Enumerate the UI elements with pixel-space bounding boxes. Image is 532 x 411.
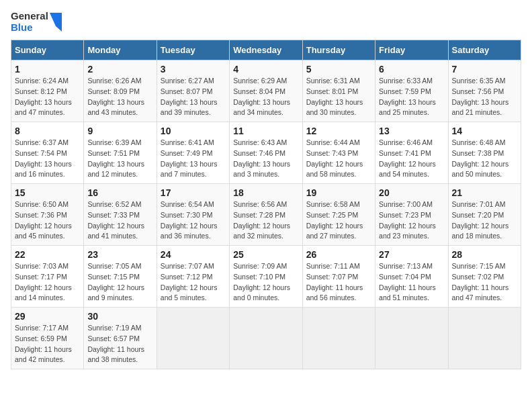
day-number: 25 bbox=[233, 249, 298, 260]
day-number: 2 bbox=[87, 64, 152, 75]
calendar-cell bbox=[375, 308, 448, 369]
day-detail: Sunrise: 6:35 AMSunset: 7:56 PMDaylight:… bbox=[452, 76, 517, 118]
weekday-header-friday: Friday bbox=[375, 40, 448, 60]
calendar-table: SundayMondayTuesdayWednesdayThursdayFrid… bbox=[11, 40, 521, 369]
day-detail: Sunrise: 6:33 AMSunset: 7:59 PMDaylight:… bbox=[379, 76, 444, 118]
calendar-cell: 4Sunrise: 6:29 AMSunset: 8:04 PMDaylight… bbox=[230, 60, 302, 122]
calendar-cell: 10Sunrise: 6:41 AMSunset: 7:49 PMDayligh… bbox=[157, 122, 229, 184]
day-number: 27 bbox=[379, 249, 444, 260]
day-detail: Sunrise: 6:27 AMSunset: 8:07 PMDaylight:… bbox=[161, 76, 226, 118]
calendar-cell: 5Sunrise: 6:31 AMSunset: 8:01 PMDaylight… bbox=[302, 60, 375, 122]
calendar-cell: 18Sunrise: 6:56 AMSunset: 7:28 PMDayligh… bbox=[230, 184, 302, 246]
day-detail: Sunrise: 6:48 AMSunset: 7:38 PMDaylight:… bbox=[452, 138, 517, 180]
calendar-cell: 14Sunrise: 6:48 AMSunset: 7:38 PMDayligh… bbox=[448, 122, 521, 184]
logo-general: General bbox=[11, 11, 48, 22]
day-detail: Sunrise: 7:09 AMSunset: 7:10 PMDaylight:… bbox=[233, 261, 298, 304]
calendar-cell: 22Sunrise: 7:03 AMSunset: 7:17 PMDayligh… bbox=[11, 246, 84, 308]
calendar-cell: 25Sunrise: 7:09 AMSunset: 7:10 PMDayligh… bbox=[230, 246, 302, 308]
weekday-header-tuesday: Tuesday bbox=[157, 40, 229, 60]
day-detail: Sunrise: 7:15 AMSunset: 7:02 PMDaylight:… bbox=[452, 261, 517, 304]
day-detail: Sunrise: 7:05 AMSunset: 7:15 PMDaylight:… bbox=[87, 261, 152, 304]
day-detail: Sunrise: 7:13 AMSunset: 7:04 PMDaylight:… bbox=[379, 261, 444, 304]
calendar-cell: 1Sunrise: 6:24 AMSunset: 8:12 PMDaylight… bbox=[11, 60, 84, 122]
calendar-cell: 28Sunrise: 7:15 AMSunset: 7:02 PMDayligh… bbox=[448, 246, 521, 308]
day-number: 1 bbox=[15, 64, 80, 75]
calendar-cell: 17Sunrise: 6:54 AMSunset: 7:30 PMDayligh… bbox=[157, 184, 229, 246]
logo-arrow bbox=[50, 13, 62, 32]
day-detail: Sunrise: 6:31 AMSunset: 8:01 PMDaylight:… bbox=[306, 76, 371, 118]
day-number: 23 bbox=[87, 249, 152, 260]
svg-marker-0 bbox=[50, 13, 62, 32]
day-detail: Sunrise: 7:01 AMSunset: 7:20 PMDaylight:… bbox=[452, 199, 517, 242]
day-detail: Sunrise: 7:07 AMSunset: 7:12 PMDaylight:… bbox=[161, 261, 226, 304]
day-number: 29 bbox=[15, 311, 80, 322]
calendar-cell: 29Sunrise: 7:17 AMSunset: 6:59 PMDayligh… bbox=[11, 308, 84, 369]
calendar-week-5: 29Sunrise: 7:17 AMSunset: 6:59 PMDayligh… bbox=[11, 308, 521, 369]
calendar-cell: 6Sunrise: 6:33 AMSunset: 7:59 PMDaylight… bbox=[375, 60, 448, 122]
weekday-header-monday: Monday bbox=[84, 40, 157, 60]
day-number: 15 bbox=[15, 187, 80, 198]
calendar-cell: 21Sunrise: 7:01 AMSunset: 7:20 PMDayligh… bbox=[448, 184, 521, 246]
day-detail: Sunrise: 7:17 AMSunset: 6:59 PMDaylight:… bbox=[15, 323, 80, 365]
weekday-header-saturday: Saturday bbox=[448, 40, 521, 60]
day-number: 28 bbox=[452, 249, 517, 260]
day-detail: Sunrise: 6:58 AMSunset: 7:25 PMDaylight:… bbox=[306, 199, 371, 242]
day-number: 4 bbox=[233, 64, 298, 75]
day-number: 7 bbox=[452, 64, 517, 75]
day-detail: Sunrise: 6:29 AMSunset: 8:04 PMDaylight:… bbox=[233, 76, 298, 118]
day-number: 3 bbox=[161, 64, 226, 75]
day-detail: Sunrise: 7:11 AMSunset: 7:07 PMDaylight:… bbox=[306, 261, 371, 304]
day-detail: Sunrise: 6:50 AMSunset: 7:36 PMDaylight:… bbox=[15, 199, 80, 242]
day-number: 12 bbox=[306, 126, 371, 136]
day-detail: Sunrise: 6:44 AMSunset: 7:43 PMDaylight:… bbox=[306, 138, 371, 180]
calendar-cell: 19Sunrise: 6:58 AMSunset: 7:25 PMDayligh… bbox=[302, 184, 375, 246]
calendar-cell: 12Sunrise: 6:44 AMSunset: 7:43 PMDayligh… bbox=[302, 122, 375, 184]
day-detail: Sunrise: 6:54 AMSunset: 7:30 PMDaylight:… bbox=[161, 199, 226, 242]
day-detail: Sunrise: 6:46 AMSunset: 7:41 PMDaylight:… bbox=[379, 138, 444, 180]
weekday-header-sunday: Sunday bbox=[11, 40, 84, 60]
calendar-cell: 8Sunrise: 6:37 AMSunset: 7:54 PMDaylight… bbox=[11, 122, 84, 184]
calendar-cell: 3Sunrise: 6:27 AMSunset: 8:07 PMDaylight… bbox=[157, 60, 229, 122]
calendar-cell: 9Sunrise: 6:39 AMSunset: 7:51 PMDaylight… bbox=[84, 122, 157, 184]
day-number: 10 bbox=[161, 126, 226, 136]
day-number: 17 bbox=[161, 187, 226, 198]
day-detail: Sunrise: 6:41 AMSunset: 7:49 PMDaylight:… bbox=[161, 138, 226, 180]
header: General Blue bbox=[11, 11, 521, 33]
calendar-week-2: 8Sunrise: 6:37 AMSunset: 7:54 PMDaylight… bbox=[11, 122, 521, 184]
calendar-cell bbox=[302, 308, 375, 369]
day-detail: Sunrise: 7:03 AMSunset: 7:17 PMDaylight:… bbox=[15, 261, 80, 304]
calendar-cell bbox=[448, 308, 521, 369]
calendar-cell: 23Sunrise: 7:05 AMSunset: 7:15 PMDayligh… bbox=[84, 246, 157, 308]
day-detail: Sunrise: 6:37 AMSunset: 7:54 PMDaylight:… bbox=[15, 138, 80, 180]
day-detail: Sunrise: 6:39 AMSunset: 7:51 PMDaylight:… bbox=[87, 138, 152, 180]
day-number: 19 bbox=[306, 187, 371, 198]
day-number: 14 bbox=[452, 126, 517, 136]
day-number: 9 bbox=[87, 126, 152, 136]
calendar-cell: 27Sunrise: 7:13 AMSunset: 7:04 PMDayligh… bbox=[375, 246, 448, 308]
day-number: 26 bbox=[306, 249, 371, 260]
calendar-cell: 7Sunrise: 6:35 AMSunset: 7:56 PMDaylight… bbox=[448, 60, 521, 122]
logo: General Blue bbox=[11, 11, 62, 33]
weekday-header-wednesday: Wednesday bbox=[230, 40, 302, 60]
day-detail: Sunrise: 6:56 AMSunset: 7:28 PMDaylight:… bbox=[233, 199, 298, 242]
day-detail: Sunrise: 6:52 AMSunset: 7:33 PMDaylight:… bbox=[87, 199, 152, 242]
day-detail: Sunrise: 7:19 AMSunset: 6:57 PMDaylight:… bbox=[87, 323, 152, 365]
calendar-cell: 20Sunrise: 7:00 AMSunset: 7:23 PMDayligh… bbox=[375, 184, 448, 246]
calendar-cell bbox=[157, 308, 229, 369]
calendar-week-3: 15Sunrise: 6:50 AMSunset: 7:36 PMDayligh… bbox=[11, 184, 521, 246]
day-number: 13 bbox=[379, 126, 444, 136]
day-number: 6 bbox=[379, 64, 444, 75]
calendar-cell: 30Sunrise: 7:19 AMSunset: 6:57 PMDayligh… bbox=[84, 308, 157, 369]
day-number: 22 bbox=[15, 249, 80, 260]
calendar-week-4: 22Sunrise: 7:03 AMSunset: 7:17 PMDayligh… bbox=[11, 246, 521, 308]
calendar-cell: 15Sunrise: 6:50 AMSunset: 7:36 PMDayligh… bbox=[11, 184, 84, 246]
day-number: 18 bbox=[233, 187, 298, 198]
day-detail: Sunrise: 6:26 AMSunset: 8:09 PMDaylight:… bbox=[87, 76, 152, 118]
day-number: 30 bbox=[87, 311, 152, 322]
day-detail: Sunrise: 6:24 AMSunset: 8:12 PMDaylight:… bbox=[15, 76, 80, 118]
calendar-cell: 2Sunrise: 6:26 AMSunset: 8:09 PMDaylight… bbox=[84, 60, 157, 122]
calendar-cell: 24Sunrise: 7:07 AMSunset: 7:12 PMDayligh… bbox=[157, 246, 229, 308]
day-number: 16 bbox=[87, 187, 152, 198]
day-detail: Sunrise: 7:00 AMSunset: 7:23 PMDaylight:… bbox=[379, 199, 444, 242]
calendar-cell: 11Sunrise: 6:43 AMSunset: 7:46 PMDayligh… bbox=[230, 122, 302, 184]
